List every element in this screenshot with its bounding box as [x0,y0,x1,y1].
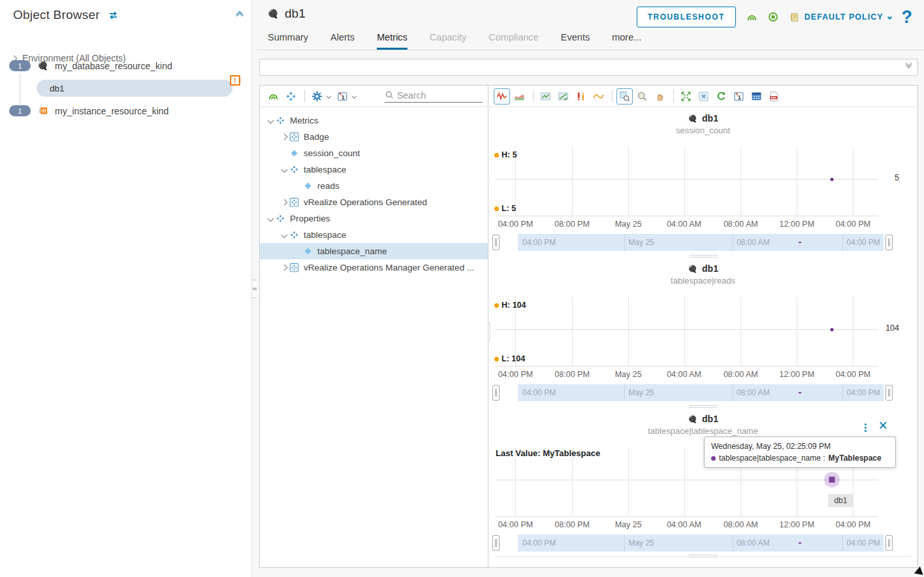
sidebar-group-0[interactable]: 1my_database_resource_kind [9,60,172,71]
tree-item-vrealize-operations-generated[interactable]: vRealize Operations Generated [260,194,488,210]
metric-group-icon [276,214,285,223]
tree-item-tablespace[interactable]: tablespace [260,227,488,243]
x-tick-label: 04:00 PM [836,520,871,529]
restore-button[interactable] [695,88,712,105]
tree-item-metrics[interactable]: Metrics [260,112,488,129]
pan-button[interactable] [652,88,668,105]
health-arc-icon[interactable] [746,12,757,23]
green-status-icon[interactable] [768,12,778,22]
toolbar-separator [612,90,613,102]
x-tick-label: 04:00 AM [667,370,701,379]
filter-bar[interactable] [259,59,918,76]
x-tick-label: 04:00 PM [836,220,871,229]
policy-selector[interactable]: DEFAULT POLICY [789,12,891,23]
date-1-icon: 1 [337,91,348,102]
gridline-vertical [572,297,573,366]
maximize-button[interactable] [678,88,694,105]
troubleshoot-button[interactable]: TROUBLESHOOT [637,7,736,27]
zoom-selection-button[interactable] [616,88,633,105]
trend-forecast-button[interactable] [555,88,571,105]
tree-item-tablespace[interactable]: tablespace [260,161,488,178]
chevron-down-icon[interactable] [352,93,357,98]
close-icon[interactable]: × [879,418,887,433]
database-icon [688,114,697,124]
tree-item-tablespace_name[interactable]: tablespace_name [260,243,488,259]
refresh-button[interactable] [713,88,729,105]
slider-fill[interactable] [518,234,884,251]
slider-handle-right[interactable] [885,235,893,250]
tree-item-badge[interactable]: Badge [260,129,488,145]
help-button[interactable]: ? [902,8,913,26]
x-tick-label: 08:00 AM [724,370,758,379]
tab-more[interactable]: more... [612,27,641,50]
health-arc-button[interactable] [265,88,281,105]
sync-icon[interactable] [108,10,119,21]
chart-metric-name: tablespace|reads [488,276,917,286]
marker-object-tag: db1 [828,494,853,507]
slider-fill[interactable] [518,535,884,552]
tree-item-session_count[interactable]: session_count [260,145,488,161]
chevron-right-icon [281,199,287,206]
date-picker-button[interactable]: 1 [731,88,747,105]
tab-compliance[interactable]: Compliance [488,27,539,50]
slider-handle-left[interactable] [492,535,500,551]
double-chevron-down-icon[interactable] [906,62,911,66]
chart-object-name: db1 [702,113,718,124]
sidebar-group-1[interactable]: 1my_instance_resource_kind [9,105,168,116]
x-tick-label: 04:00 AM [667,220,701,229]
metric-chart-button[interactable] [494,88,510,105]
slider-handle-left[interactable] [492,385,500,401]
tree-toggle[interactable] [279,265,289,270]
tree-item-properties[interactable]: Properties [260,210,488,227]
tree-item-vrealize-operations-manager-generated-[interactable]: vRealize Operations Manager Generated ..… [260,259,488,276]
gridline-vertical [684,297,685,366]
metric-diamond-button[interactable] [283,88,299,105]
tree-toggle[interactable] [279,167,289,172]
area-chart-button[interactable] [511,88,528,105]
slider-separator [624,384,625,401]
slider-fill[interactable] [518,384,884,401]
tree-toggle[interactable] [279,135,289,139]
slider-handle-right[interactable] [885,535,893,551]
tab-summary[interactable]: Summary [268,27,308,50]
tree-toggle[interactable] [265,118,276,123]
series-dot-icon [711,456,716,461]
x-tick-label: 04:00 PM [836,370,871,379]
data-point-marker[interactable] [829,477,835,483]
double-chevron-up-icon[interactable] [237,14,242,16]
database-icon [267,8,279,20]
data-point[interactable] [831,178,834,181]
chart-resize-grip[interactable] [689,555,718,557]
gear-button[interactable] [309,88,325,105]
time-range-slider: 04:00 PMMay 2508:00 AM04:00 PM [492,535,893,552]
chevron-down-icon[interactable] [327,93,331,98]
charts-list: db1session_countH: 5L: 5504:00 PM08:00 P… [488,107,917,567]
tree-toggle[interactable] [279,200,289,205]
tree-item-reads[interactable]: reads [260,178,488,194]
search-input[interactable] [397,90,474,101]
tree-toggle[interactable] [279,233,289,237]
data-point[interactable] [831,328,834,331]
slider-handle-left[interactable] [492,235,500,250]
tab-capacity[interactable]: Capacity [430,27,466,50]
point-value-label: 5 [895,173,899,182]
anomalies-button[interactable] [573,88,589,105]
calendar-button[interactable] [748,88,765,105]
tab-events[interactable]: Events [561,27,590,50]
panel-splitter[interactable] [488,322,490,340]
sync-icon[interactable] [108,10,119,21]
tree-toggle[interactable] [265,216,276,221]
x-tick-label: 12:00 PM [780,220,815,229]
slider-label: 08:00 AM [737,538,770,548]
selected-object-pill[interactable]: db1! [37,80,232,97]
kebab-icon[interactable] [865,423,867,432]
trend-line-button[interactable] [537,88,554,105]
tab-alerts[interactable]: Alerts [330,27,355,50]
date-1-button[interactable]: 1 [334,88,351,105]
metric-diamond-icon [285,91,296,102]
tab-metrics[interactable]: Metrics [377,27,407,50]
slider-handle-right[interactable] [885,385,893,401]
zoom-button[interactable] [634,88,650,105]
export-pdf-button[interactable]: PDF [766,88,782,105]
dynamic-threshold-button[interactable] [590,88,607,105]
